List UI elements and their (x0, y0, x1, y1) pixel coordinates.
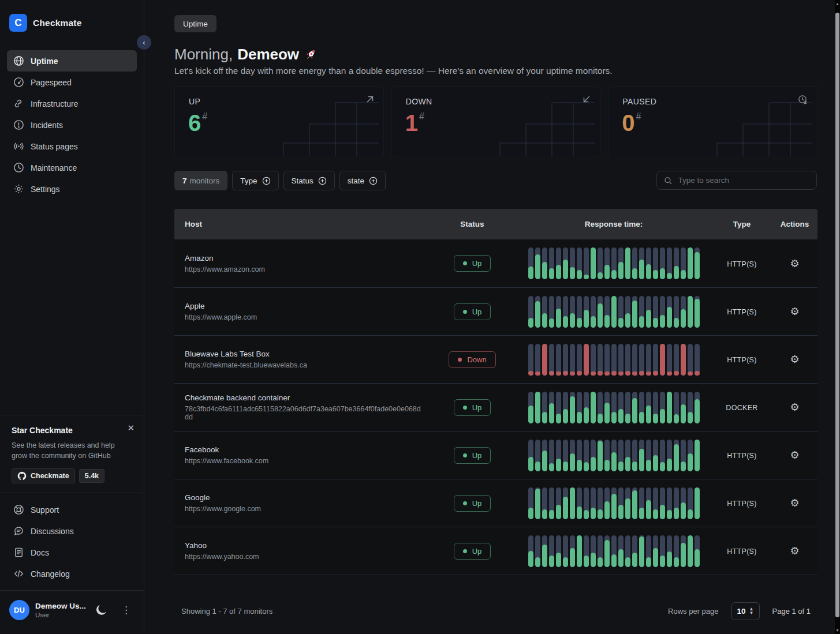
monitor-name: Google (185, 493, 429, 502)
paused-count: 0 (622, 110, 634, 136)
type-cell: HTTP(S) (712, 354, 772, 365)
scroll-down-arrow-icon[interactable]: ▼ (835, 628, 840, 632)
scroll-up-arrow-icon[interactable]: ▲ (835, 2, 840, 6)
search-input[interactable] (678, 176, 809, 185)
response-bar (660, 487, 665, 519)
response-bar (674, 487, 679, 519)
host-cell: Amazon https://www.amazon.com (174, 254, 429, 273)
rocket-icon (304, 48, 318, 62)
table-row[interactable]: Google https://www.google.com Up HTTP(S)… (174, 479, 817, 527)
table-row[interactable]: Facebook https://www.facebook.com Up HTT… (174, 431, 817, 479)
breadcrumb[interactable]: Uptime (174, 15, 216, 32)
dark-mode-toggle[interactable] (94, 604, 106, 616)
gear-icon[interactable]: ⚙ (790, 450, 799, 460)
status-cell: Down (429, 351, 516, 368)
filter-status-button[interactable]: Status (283, 171, 335, 190)
response-bar (584, 247, 589, 279)
type-cell: HTTP(S) (712, 546, 772, 556)
sidebar-item-label: Status pages (31, 142, 78, 151)
response-bar (528, 535, 533, 567)
response-bar (591, 535, 596, 567)
response-bar (598, 296, 603, 328)
monitor-type: DOCKER (726, 404, 757, 412)
rows-per-page-value: 10 (737, 607, 746, 616)
response-bar (653, 247, 658, 279)
table-row[interactable]: Amazon https://www.amazon.com Up HTTP(S)… (174, 239, 817, 287)
close-icon[interactable]: ✕ (127, 423, 135, 432)
response-bar (577, 296, 582, 328)
monitor-type: HTTP(S) (727, 356, 756, 364)
gear-icon[interactable]: ⚙ (790, 306, 799, 317)
response-bar (667, 487, 672, 519)
sidebar-item-status-pages[interactable]: Status pages (7, 136, 137, 157)
response-bar (611, 344, 617, 376)
table-row[interactable]: Apple https://www.apple.com Up HTTP(S) ⚙ (174, 287, 817, 335)
response-bar (604, 440, 610, 471)
user-menu-kebab-icon[interactable]: ⋮ (118, 604, 135, 616)
arrow-down-left-icon (582, 95, 591, 104)
sidebar-item-discussions[interactable]: Discussions (7, 520, 137, 542)
response-bar (570, 487, 575, 519)
rows-per-page-select[interactable]: 10 ▲▼ (731, 602, 760, 620)
avatar[interactable]: DU (9, 600, 29, 620)
response-bar (639, 440, 644, 471)
gear-icon[interactable]: ⚙ (790, 354, 799, 365)
down-card: DOWN 1# (391, 87, 601, 156)
response-bar (598, 392, 603, 423)
sidebar-item-changelog[interactable]: Changelog (7, 563, 137, 584)
user-account-row: DU Demeow Us... User ⋮ (0, 590, 144, 634)
sidebar-item-infrastructure[interactable]: Infrastructure (7, 93, 137, 114)
response-time-chart (528, 247, 700, 279)
response-bar (695, 247, 700, 279)
response-bar (528, 440, 533, 471)
response-bar (584, 344, 589, 376)
response-bar (653, 392, 658, 423)
filter-state-button[interactable]: state (339, 171, 386, 190)
app-logo[interactable]: C Checkmate (0, 0, 144, 46)
response-bar (556, 535, 561, 567)
response-bar (688, 247, 693, 279)
sidebar-item-support[interactable]: Support (7, 499, 137, 520)
filter-type-button[interactable]: Type (232, 171, 278, 190)
response-bar (570, 535, 575, 567)
status-cell: Up (429, 447, 516, 464)
monitor-url: https://www.yahoo.com (185, 553, 429, 561)
gear-icon[interactable]: ⚙ (790, 546, 799, 556)
gear-icon[interactable]: ⚙ (790, 402, 799, 412)
table-row[interactable]: Bluewave Labs Test Box https://chekmate-… (174, 335, 817, 383)
status-badge: Up (454, 399, 491, 416)
response-time-chart (528, 440, 700, 471)
response-bar (646, 344, 651, 376)
plus-circle-icon (262, 177, 271, 185)
plus-circle-icon (318, 177, 327, 185)
sidebar-collapse-button[interactable]: ‹ (137, 35, 151, 50)
sidebar-item-incidents[interactable]: Incidents (7, 114, 137, 136)
rows-per-page-label: Rows per page (668, 607, 718, 616)
response-bar (604, 487, 610, 519)
github-checkmate-button[interactable]: Checkmate (12, 468, 75, 483)
response-bar (667, 296, 672, 328)
table-row[interactable]: Checkmate backend container 78c3fbd4c6fa… (174, 383, 817, 431)
response-bar (646, 392, 651, 423)
response-bar (528, 247, 533, 279)
sidebar-item-docs[interactable]: Docs (7, 542, 137, 563)
monitor-name: Facebook (185, 445, 429, 454)
response-time-chart (528, 344, 700, 376)
response-bar (549, 535, 554, 567)
sidebar-item-maintenance[interactable]: Maintenance (7, 157, 137, 178)
response-bar (611, 296, 617, 328)
response-bar (563, 440, 568, 471)
table-row[interactable]: Yahoo https://www.yahoo.com Up HTTP(S) ⚙ (174, 527, 817, 575)
scrollbar-thumb[interactable] (835, 13, 839, 617)
gear-icon[interactable]: ⚙ (790, 498, 799, 508)
sidebar-item-pagespeed[interactable]: Pagespeed (7, 72, 137, 93)
response-bar (695, 344, 700, 376)
status-dot-icon (463, 453, 467, 457)
sidebar-item-uptime[interactable]: Uptime (7, 50, 137, 72)
sidebar-item-settings[interactable]: Settings (7, 178, 137, 200)
vertical-scrollbar[interactable]: ▲ ▼ (835, 0, 840, 634)
response-bar (611, 487, 617, 519)
status-cell: Up (429, 495, 516, 512)
response-bar (688, 392, 693, 423)
gear-icon[interactable]: ⚙ (790, 258, 799, 269)
